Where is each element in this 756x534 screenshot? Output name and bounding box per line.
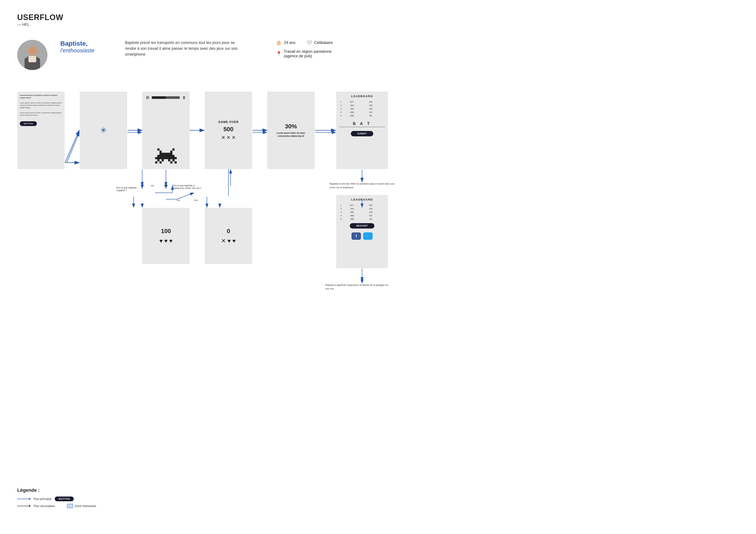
- q2-yes-label: oui: [177, 199, 180, 201]
- svg-rect-32: [168, 159, 170, 161]
- question2-label: Est-ce que baptiste atoujours au moins u…: [173, 184, 202, 189]
- gameover-score: 500: [224, 126, 233, 133]
- pause-icon[interactable]: ⏸: [182, 95, 186, 100]
- final-leaderboard-table: 1 BAT 500 2 ABA 435 3 ABC 433 4 ABD 332 …: [339, 203, 385, 221]
- svg-line-9: [67, 133, 79, 163]
- svg-rect-34: [155, 161, 157, 164]
- narrative2-text: Baptiste a apprécié l'expérience et déci…: [325, 283, 392, 291]
- age-icon: 🎂: [276, 40, 282, 45]
- svg-rect-30: [157, 159, 159, 161]
- persona-section: Baptiste, l'enthousiaste Baptiste prend …: [0, 27, 756, 79]
- table-row: 2 ABA 435: [339, 104, 385, 107]
- legend-title: Légende :: [17, 488, 96, 493]
- screen-gameover: GAME OVER 500 ✕ ✕ ✕: [205, 91, 252, 169]
- flux-principal-label: Flux principal: [34, 497, 51, 501]
- avatar: [17, 40, 47, 70]
- table-row: 3 ABC 433: [339, 211, 385, 214]
- win-score: 100: [161, 228, 171, 235]
- table-row: 4 ABD 332: [339, 214, 385, 217]
- svg-rect-33: [173, 159, 175, 161]
- screen1-text1: eiusmod tempor incididunt ut labore et d…: [20, 94, 62, 99]
- screen-win-good: 100 ♥ ♥ ♥: [142, 208, 190, 264]
- persona-stats: 🎂 24 ans 🤍 Célibataire 📍 Travail en régi…: [276, 40, 333, 58]
- flow-area: eiusmod tempor incididunt ut labore et d…: [0, 79, 756, 423]
- narrative1-text: Baptiste et très fier d'être en première…: [330, 182, 396, 189]
- question1-label: Est-ce que baptistea gagné ?: [116, 186, 137, 191]
- win-lives: ♥ ♥ ♥: [159, 238, 173, 244]
- table-row: 1 BAT 500: [339, 204, 385, 207]
- svg-rect-5: [28, 56, 36, 62]
- location-icon: 📍: [276, 51, 282, 57]
- legend-button-example[interactable]: BUTTON: [55, 496, 74, 501]
- svg-rect-24: [173, 148, 175, 151]
- svg-rect-27: [159, 153, 173, 155]
- age-stat: 🎂 24 ans: [276, 40, 295, 45]
- gear-icon[interactable]: ⚙: [146, 95, 149, 100]
- svg-rect-29: [155, 157, 177, 159]
- submit-button[interactable]: SUBMIT: [351, 131, 373, 136]
- svg-rect-25: [159, 151, 162, 153]
- work-label: Travail en région parisienne: [284, 49, 332, 54]
- legend-interactive-box: [67, 504, 73, 508]
- svg-line-15: [177, 193, 194, 199]
- persona-name-block: Baptiste, l'enthousiaste: [60, 40, 112, 54]
- svg-rect-28: [157, 155, 175, 157]
- space-invader-sprite: [155, 148, 177, 165]
- work-detail: (agence de pub): [284, 54, 332, 58]
- game-header: ⚙ ⏸: [146, 95, 186, 100]
- screen1-text3: Lorem ipsum dolor sit amet, consectetur …: [20, 112, 62, 116]
- screen-content: eiusmod tempor incididunt ut labore et d…: [17, 91, 65, 169]
- stat-row-2: 📍 Travail en région parisienne (agence d…: [276, 49, 333, 58]
- low-lives: ✕ ♥ ♥: [221, 238, 235, 244]
- table-row: 1 BAT 500: [339, 100, 385, 103]
- svg-rect-37: [175, 161, 177, 164]
- name-input-display[interactable]: B A T: [339, 121, 385, 127]
- svg-line-38: [65, 130, 79, 163]
- screen-game: ⚙ ⏸: [142, 91, 190, 169]
- header: USERFLOW — HFL: [0, 0, 756, 27]
- table-row: 5 ABE 301: [339, 114, 385, 117]
- avatar-image: [17, 40, 47, 70]
- persona-name: Baptiste,: [60, 40, 112, 47]
- flux-secondaire-arrow: [17, 506, 30, 506]
- facebook-button[interactable]: f: [351, 232, 361, 240]
- persona-description: Baptiste prend les transports en communs…: [125, 40, 246, 57]
- legend-row-secondaire: Flux secondaire Zone interactive: [17, 504, 96, 508]
- screen1-text2: Lorem ipsum dolor sit amet, consectetur …: [20, 102, 62, 109]
- zone-interactive-label: Zone interactive: [75, 504, 96, 508]
- svg-rect-36: [170, 161, 173, 164]
- screen-final-leaderboard: LEADBOARD 1 BAT 500 2 ABA 435 3 ABC 433 …: [336, 195, 388, 268]
- loading-spinner: ✳: [100, 126, 107, 135]
- twitter-button[interactable]: 🐦: [363, 232, 373, 240]
- persona-title: l'enthousiaste: [60, 47, 112, 54]
- app-title: USERFLOW: [17, 13, 756, 22]
- svg-rect-26: [170, 151, 173, 153]
- svg-rect-23: [157, 148, 159, 151]
- legend-row-principal: Flux principal BUTTON: [17, 496, 96, 501]
- stats-text: Lorem ipsum dolor sit amet, consectetur …: [272, 132, 310, 138]
- q1-yes-label: oui: [151, 184, 154, 187]
- svg-rect-31: [162, 159, 164, 161]
- stat-row-1: 🎂 24 ans 🤍 Célibataire: [276, 40, 333, 45]
- screen-stats: 30% Lorem ipsum dolor sit amet, consecte…: [267, 91, 315, 169]
- svg-point-4: [28, 46, 37, 56]
- flux-secondaire-label: Flux secondaire: [34, 504, 55, 508]
- screen1-button[interactable]: BUTTON: [20, 121, 37, 126]
- restart-button[interactable]: RESTART: [350, 223, 374, 229]
- svg-rect-35: [159, 161, 162, 164]
- leaderboard-table: 1 BAT 500 2 ABA 435 3 ABC 433 4 ABD 332 …: [339, 100, 385, 117]
- legend-items: Flux principal BUTTON Flux secondaire Zo…: [17, 496, 96, 508]
- screen-win-low: 0 ✕ ♥ ♥: [205, 208, 252, 264]
- progress-bar: [152, 96, 180, 99]
- screen-loading: ✳: [80, 91, 127, 169]
- heart-icon: 🤍: [306, 40, 312, 45]
- stats-percent: 30%: [285, 123, 297, 130]
- gameover-title: GAME OVER: [218, 120, 239, 124]
- q1-no-label: non: [164, 184, 168, 187]
- final-leaderboard-title: LEADBOARD: [339, 198, 385, 201]
- table-row: 2 ABA 435: [339, 207, 385, 210]
- social-share: f 🐦: [339, 232, 385, 240]
- q2-no-label: non: [194, 199, 198, 201]
- table-row: 4 ABD 332: [339, 111, 385, 114]
- leaderboard-title: LEADBOARD: [339, 94, 385, 98]
